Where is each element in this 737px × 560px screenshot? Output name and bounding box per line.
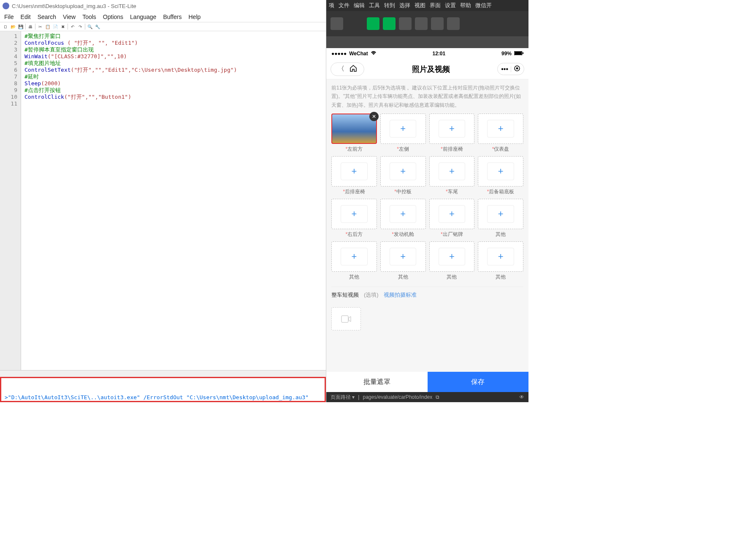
photo-upload-box[interactable]: + — [429, 114, 475, 144]
placeholder-outline-icon — [487, 205, 514, 223]
photo-upload-box[interactable]: + — [380, 114, 426, 144]
new-icon[interactable]: 🗋 — [2, 23, 9, 30]
photo-upload-box[interactable]: + — [331, 156, 377, 187]
photo-upload-box[interactable]: + — [380, 156, 426, 187]
video-upload-box[interactable] — [331, 307, 361, 330]
toolbar-button[interactable] — [447, 17, 460, 30]
editor-button[interactable] — [383, 17, 396, 30]
remove-photo-icon[interactable]: ✕ — [369, 112, 379, 121]
undo-icon[interactable]: ↶ — [69, 23, 76, 30]
menu-dots-icon[interactable]: ••• — [501, 65, 508, 73]
footer-path: pages/evaluate/carPhoto/index — [363, 394, 432, 400]
toolbar-button[interactable] — [415, 17, 428, 30]
dev-menu-help[interactable]: 帮助 — [460, 2, 471, 9]
menu-view[interactable]: View — [61, 13, 77, 21]
dev-menu-settings[interactable]: 设置 — [445, 2, 456, 9]
line-number: 1 — [2, 33, 17, 40]
photo-upload-box[interactable]: + — [331, 241, 377, 272]
placeholder-outline-icon — [439, 162, 465, 180]
save-icon[interactable]: 💾 — [17, 23, 24, 30]
photo-label: 其他 — [496, 231, 506, 238]
menu-options[interactable]: Options — [101, 13, 125, 21]
batch-mask-button[interactable]: 批量遮罩 — [326, 372, 428, 392]
dev-menu-tools[interactable]: 工具 — [369, 2, 380, 9]
menu-language[interactable]: Language — [128, 13, 158, 21]
photo-upload-box[interactable]: + — [429, 199, 475, 229]
photo-cell: +*前排座椅 — [429, 114, 475, 153]
dev-menu-file[interactable]: 文件 — [339, 2, 350, 9]
line-number: 3 — [2, 46, 17, 53]
editor-area[interactable]: 1 2 3 4 5 6 7 8 9 10 11 #聚焦打开窗口ControlFo… — [0, 31, 326, 370]
page-title: 照片及视频 — [412, 64, 450, 74]
photo-label: *后排座椅 — [343, 188, 366, 195]
menu-bar: File Edit Search View Tools Options Lang… — [0, 12, 326, 22]
replace-icon[interactable]: 🔧 — [94, 23, 101, 30]
photo-upload-box[interactable]: + — [380, 241, 426, 272]
debugger-button[interactable] — [399, 17, 412, 30]
code-line: ControlFocus ( "打开", "", "Edit1") — [24, 40, 322, 46]
menu-buffers[interactable]: Buffers — [161, 13, 183, 21]
dev-menu-view[interactable]: 视图 — [415, 2, 425, 9]
print-icon[interactable]: 🖶 — [27, 23, 34, 30]
toolbar: 🗋 📂 💾 🖶 ✂ 📋 📄 ✖ ↶ ↷ 🔍 🔧 — [0, 22, 326, 31]
photo-cell: +*后排座椅 — [331, 156, 377, 195]
copy-icon[interactable]: ⧉ — [436, 394, 439, 400]
paste-icon[interactable]: 📄 — [52, 23, 59, 30]
output-panel: >"D:\AutoIt\AutoIt3\SciTE\..\autoit3.exe… — [0, 377, 326, 402]
simulator-button[interactable] — [367, 17, 379, 30]
output-line: >"D:\AutoIt\AutoIt3\SciTE\..\autoit3.exe… — [5, 394, 321, 401]
photo-cell: +*左侧 — [380, 114, 426, 153]
placeholder-outline-icon — [390, 248, 416, 265]
menu-file[interactable]: File — [3, 13, 16, 21]
target-icon[interactable] — [514, 65, 520, 73]
carrier-label: WeChat — [349, 51, 368, 57]
copy-icon[interactable]: 📋 — [44, 23, 51, 30]
dev-menu-select[interactable]: 选择 — [399, 2, 410, 9]
code-line: Sleep(2000) — [24, 80, 322, 87]
dev-menu-goto[interactable]: 转到 — [384, 2, 395, 9]
code-line: #延时 — [24, 73, 322, 80]
find-icon[interactable]: 🔍 — [87, 23, 93, 30]
preview-icon[interactable]: 👁 — [519, 394, 524, 400]
delete-icon[interactable]: ✖ — [60, 23, 66, 30]
menu-tools[interactable]: Tools — [81, 13, 98, 21]
photo-upload-box[interactable]: + — [478, 156, 523, 187]
menu-edit[interactable]: Edit — [19, 13, 33, 21]
devtools-window: 项 文件 编辑 工具 转到 选择 视图 界面 设置 帮助 微信开 ●●●●● W… — [326, 0, 528, 402]
photo-cell: ✕*左前方 — [331, 114, 377, 153]
photo-upload-box[interactable]: + — [478, 199, 523, 229]
menu-search[interactable]: Search — [36, 13, 58, 21]
toolbar-button[interactable] — [431, 17, 444, 30]
photo-upload-box[interactable]: ✕ — [331, 114, 377, 144]
cut-icon[interactable]: ✂ — [37, 23, 43, 30]
photo-label: 其他 — [447, 273, 457, 281]
save-button[interactable]: 保存 — [428, 372, 529, 392]
redo-icon[interactable]: ↷ — [77, 23, 84, 30]
photo-label: 其他 — [398, 273, 408, 281]
time-label: 12:01 — [432, 51, 445, 57]
photo-label: *前排座椅 — [441, 146, 463, 153]
open-icon[interactable]: 📂 — [10, 23, 16, 30]
dev-menu-edit[interactable]: 编辑 — [354, 2, 365, 9]
code-area[interactable]: #聚焦打开窗口ControlFocus ( "打开", "", "Edit1")… — [21, 31, 326, 370]
avatar-icon[interactable] — [331, 17, 343, 30]
photo-upload-box[interactable]: + — [429, 156, 475, 187]
separator — [511, 66, 511, 72]
phone-status-bar: ●●●●● WeChat 12:01 99% — [326, 48, 528, 59]
phone-body[interactable]: 前11张为必填项，后5张为选填项 。建议在以下位置上传对应照片(拖动照片可交换位… — [326, 79, 528, 372]
photo-upload-box[interactable]: + — [429, 241, 475, 272]
dev-menu-project[interactable]: 项 — [329, 2, 334, 9]
footer-label[interactable]: 页面路径 ▾ — [331, 394, 355, 401]
home-icon[interactable] — [347, 65, 360, 74]
placeholder-outline-icon — [341, 205, 367, 223]
menu-help[interactable]: Help — [187, 13, 202, 21]
photo-upload-box[interactable]: + — [331, 199, 377, 229]
video-link[interactable]: 视频拍摄标准 — [384, 291, 417, 299]
dev-menu-wechat[interactable]: 微信开 — [475, 2, 492, 9]
photo-upload-box[interactable]: + — [478, 241, 523, 272]
scrollbar-horizontal[interactable] — [0, 370, 326, 377]
back-icon[interactable]: 〈 — [335, 65, 347, 73]
photo-upload-box[interactable]: + — [380, 199, 426, 229]
photo-upload-box[interactable]: + — [478, 114, 523, 144]
dev-menu-ui[interactable]: 界面 — [430, 2, 441, 9]
